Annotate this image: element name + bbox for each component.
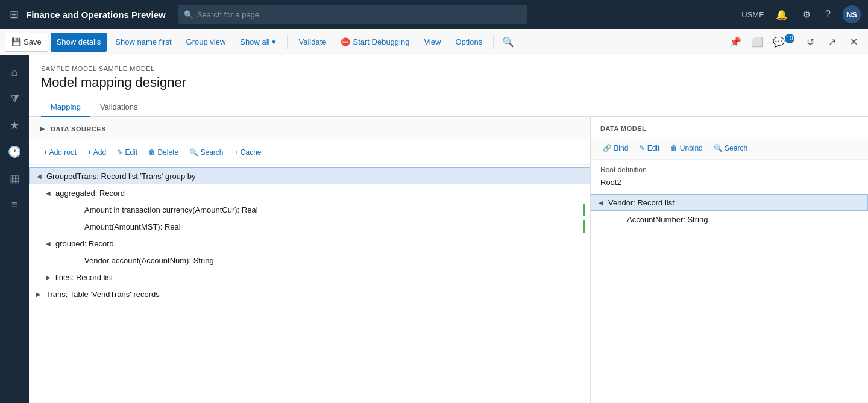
show-details-button[interactable]: Show details	[51, 33, 107, 52]
nav-right: USMF 🔔 ⚙ ? NS	[741, 5, 861, 23]
toolbar-right: 📌 ⬜ 💬 10 ↺ ↗ ✕	[726, 33, 863, 52]
dm-tree: ◀ Vendor: Record list ▶ AccountNumber: S…	[591, 192, 868, 230]
tree-row[interactable]: ◀ aggregated: Record	[29, 184, 590, 201]
binding-indicator	[583, 204, 585, 216]
search-input[interactable]	[197, 10, 521, 19]
root-definition-value: Root2	[591, 177, 868, 192]
dm-edit-button[interactable]: ✎ Edit	[634, 140, 664, 157]
notification-area: 💬 10	[769, 33, 798, 52]
separator-1	[287, 35, 288, 49]
data-sources-panel: ▶ DATA SOURCES + Add root + Add ✎ Edit 🗑…	[29, 117, 591, 403]
tree-expand-icon[interactable]: ▶	[34, 289, 43, 299]
search-icon: 🔍	[184, 10, 193, 19]
tab-mapping[interactable]: Mapping	[41, 98, 90, 117]
delete-button[interactable]: 🗑 Delete	[143, 144, 183, 161]
tree-collapse-icon[interactable]: ◀	[596, 198, 606, 207]
dm-tree-row[interactable]: ◀ Vendor: Record list	[591, 194, 868, 211]
tree-expand-icon[interactable]: ▶	[43, 272, 53, 282]
grid-icon[interactable]: ⊞	[7, 5, 21, 23]
bind-button[interactable]: 🔗 Bind	[598, 140, 633, 157]
notifications-icon[interactable]: 🔔	[773, 7, 790, 23]
show-name-first-button[interactable]: Show name first	[109, 33, 177, 52]
view-button[interactable]: View	[418, 33, 447, 52]
tree-collapse-icon[interactable]: ◀	[43, 188, 53, 198]
search-button[interactable]: 🔍 Search	[184, 144, 228, 161]
debug-icon: ⛔	[341, 37, 350, 46]
tree-row[interactable]: ▶ lines: Record list	[29, 269, 590, 286]
expand-icon[interactable]: ⬜	[747, 33, 767, 52]
dm-toolbar: 🔗 Bind ✎ Edit 🗑 Unbind 🔍 Search	[591, 137, 868, 160]
pin-icon[interactable]: 📌	[726, 33, 745, 52]
refresh-icon[interactable]: ↺	[800, 33, 820, 52]
tab-bar: Mapping Validations	[29, 98, 868, 117]
ds-tree: ◀ GroupedTrans: Record list 'Trans' grou…	[29, 165, 590, 305]
start-debugging-button[interactable]: ⛔ Start Debugging	[335, 33, 415, 52]
nav-modules[interactable]: ≡	[2, 193, 27, 217]
side-navigation: ⌂ ⧩ ★ 🕐 ▦ ≡	[0, 55, 29, 403]
help-icon[interactable]: ?	[823, 7, 833, 22]
tree-collapse-icon[interactable]: ◀	[34, 171, 44, 181]
add-button[interactable]: + Add	[83, 144, 111, 161]
edit-button[interactable]: ✎ Edit	[112, 144, 142, 161]
dm-tree-row[interactable]: ▶ AccountNumber: String	[591, 211, 868, 228]
add-root-button[interactable]: + Add root	[39, 144, 81, 161]
group-view-button[interactable]: Group view	[180, 33, 232, 52]
ds-toolbar: + Add root + Add ✎ Edit 🗑 Delete 🔍 Searc…	[29, 140, 590, 165]
ds-collapse-toggle[interactable]: ▶	[39, 123, 46, 134]
tree-toggle-empty: ▶	[72, 222, 82, 231]
page-title: Model mapping designer	[29, 75, 868, 98]
ds-panel-title: DATA SOURCES	[51, 125, 106, 133]
app-title: Finance and Operations Preview	[26, 10, 166, 20]
command-toolbar: 💾 Save Show details Show name first Grou…	[0, 29, 868, 55]
unbind-button[interactable]: 🗑 Unbind	[665, 140, 707, 157]
tree-row[interactable]: ▶ Trans: Table 'VendTrans' records	[29, 286, 590, 302]
tree-row[interactable]: ◀ GroupedTrans: Record list 'Trans' grou…	[29, 167, 590, 184]
save-icon: 💾	[11, 37, 21, 46]
chevron-down-icon: ▾	[272, 37, 276, 46]
user-avatar[interactable]: NS	[843, 5, 861, 23]
nav-workspaces[interactable]: ▦	[2, 166, 27, 190]
show-all-button[interactable]: Show all ▾	[234, 33, 282, 52]
separator-2	[493, 35, 494, 49]
data-model-panel: DATA MODEL 🔗 Bind ✎ Edit 🗑 Unbind 🔍 Sear…	[591, 117, 868, 403]
cache-button[interactable]: + Cache	[229, 144, 266, 161]
main-layout: ⌂ ⧩ ★ 🕐 ▦ ≡ SAMPLE MODEL SAMPLE MODEL Mo…	[0, 55, 868, 403]
nav-recent[interactable]: 🕐	[2, 140, 27, 164]
breadcrumb: SAMPLE MODEL SAMPLE MODEL	[29, 55, 868, 75]
tree-toggle-empty: ▶	[72, 205, 82, 214]
ds-panel-header: ▶ DATA SOURCES	[29, 117, 590, 140]
tree-row[interactable]: ▶ Amount(AmountMST): Real	[29, 218, 590, 235]
settings-icon[interactable]: ⚙	[800, 7, 813, 23]
options-button[interactable]: Options	[449, 33, 488, 52]
tab-validations[interactable]: Validations	[90, 98, 148, 117]
company-label: USMF	[741, 10, 764, 19]
tree-toggle-empty: ▶	[72, 255, 82, 265]
validate-button[interactable]: Validate	[292, 33, 332, 52]
nav-filter[interactable]: ⧩	[2, 87, 27, 111]
save-button[interactable]: 💾 Save	[5, 33, 48, 52]
tree-row[interactable]: ▶ Amount in transaction currency(AmountC…	[29, 201, 590, 218]
binding-indicator	[583, 220, 585, 233]
global-search[interactable]: 🔍	[178, 5, 527, 24]
close-icon[interactable]: ✕	[844, 33, 863, 52]
tree-row[interactable]: ◀ grouped: Record	[29, 235, 590, 252]
root-definition-label: Root definition	[591, 160, 868, 177]
top-navigation: ⊞ Finance and Operations Preview 🔍 USMF …	[0, 0, 868, 29]
tree-toggle-empty: ▶	[615, 214, 624, 224]
nav-favorites[interactable]: ★	[2, 113, 27, 137]
search-page-button[interactable]: 🔍	[498, 33, 518, 52]
tree-row[interactable]: ▶ Vendor account(AccountNum): String	[29, 252, 590, 269]
notification-badge: 10	[785, 34, 794, 43]
dm-search-button[interactable]: 🔍 Search	[709, 140, 752, 157]
dm-section-title: DATA MODEL	[591, 117, 868, 137]
main-content: SAMPLE MODEL SAMPLE MODEL Model mapping …	[29, 55, 868, 403]
open-new-icon[interactable]: ↗	[822, 33, 841, 52]
nav-home[interactable]: ⌂	[2, 60, 27, 84]
tree-collapse-icon[interactable]: ◀	[43, 239, 53, 248]
split-view: ▶ DATA SOURCES + Add root + Add ✎ Edit 🗑…	[29, 117, 868, 403]
